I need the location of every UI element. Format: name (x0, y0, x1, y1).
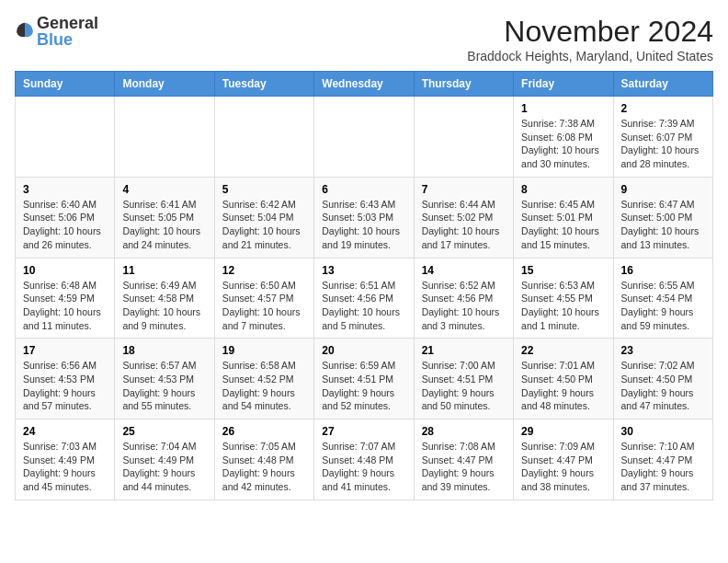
calendar-cell: 9Sunrise: 6:47 AM Sunset: 5:00 PM Daylig… (613, 177, 712, 258)
calendar-cell: 20Sunrise: 6:59 AM Sunset: 4:51 PM Dayli… (314, 339, 414, 419)
calendar-cell: 22Sunrise: 7:01 AM Sunset: 4:50 PM Dayli… (514, 339, 613, 419)
subtitle: Braddock Heights, Maryland, United State… (467, 49, 713, 63)
calendar-week-row: 1Sunrise: 7:38 AM Sunset: 6:08 PM Daylig… (16, 97, 713, 178)
calendar-table: SundayMondayTuesdayWednesdayThursdayFrid… (15, 71, 713, 500)
calendar-cell: 21Sunrise: 7:00 AM Sunset: 4:51 PM Dayli… (414, 339, 513, 419)
day-number: 26 (222, 425, 306, 438)
day-number: 7 (422, 183, 506, 196)
day-number: 27 (322, 425, 405, 438)
calendar-cell: 7Sunrise: 6:44 AM Sunset: 5:02 PM Daylig… (414, 177, 513, 258)
day-info: Sunrise: 7:01 AM Sunset: 4:50 PM Dayligh… (521, 359, 605, 413)
day-number: 13 (322, 264, 405, 277)
calendar-cell: 19Sunrise: 6:58 AM Sunset: 4:52 PM Dayli… (214, 339, 313, 419)
day-info: Sunrise: 7:10 AM Sunset: 4:47 PM Dayligh… (621, 440, 705, 494)
day-header-saturday: Saturday (613, 72, 712, 97)
calendar-week-row: 10Sunrise: 6:48 AM Sunset: 4:59 PM Dayli… (16, 258, 713, 339)
day-info: Sunrise: 6:53 AM Sunset: 4:55 PM Dayligh… (521, 279, 605, 333)
day-info: Sunrise: 6:58 AM Sunset: 4:52 PM Dayligh… (222, 359, 306, 413)
calendar-cell (115, 97, 214, 178)
title-area: November 2024 Braddock Heights, Maryland… (467, 15, 713, 63)
month-title: November 2024 (467, 15, 713, 49)
day-number: 29 (521, 425, 605, 438)
day-number: 12 (222, 264, 306, 277)
calendar-cell: 11Sunrise: 6:49 AM Sunset: 4:58 PM Dayli… (115, 258, 214, 339)
calendar-cell: 30Sunrise: 7:10 AM Sunset: 4:47 PM Dayli… (613, 419, 712, 500)
day-info: Sunrise: 7:05 AM Sunset: 4:48 PM Dayligh… (222, 440, 306, 494)
day-header-wednesday: Wednesday (314, 72, 414, 97)
day-info: Sunrise: 6:51 AM Sunset: 4:56 PM Dayligh… (322, 279, 405, 333)
day-info: Sunrise: 6:50 AM Sunset: 4:57 PM Dayligh… (222, 279, 306, 333)
day-header-tuesday: Tuesday (214, 72, 313, 97)
day-number: 2 (621, 102, 705, 115)
day-number: 15 (521, 264, 605, 277)
calendar-header-row: SundayMondayTuesdayWednesdayThursdayFrid… (16, 72, 713, 97)
day-info: Sunrise: 6:57 AM Sunset: 4:53 PM Dayligh… (122, 359, 206, 413)
calendar-cell (214, 97, 313, 178)
day-info: Sunrise: 6:52 AM Sunset: 4:56 PM Dayligh… (422, 279, 506, 333)
logo: General Blue (15, 15, 98, 48)
day-info: Sunrise: 7:02 AM Sunset: 4:50 PM Dayligh… (621, 359, 705, 413)
day-info: Sunrise: 7:39 AM Sunset: 6:07 PM Dayligh… (621, 117, 705, 171)
day-number: 3 (23, 183, 107, 196)
day-number: 10 (23, 264, 107, 277)
calendar-cell: 26Sunrise: 7:05 AM Sunset: 4:48 PM Dayli… (214, 419, 313, 500)
day-header-friday: Friday (514, 72, 613, 97)
calendar-cell: 16Sunrise: 6:55 AM Sunset: 4:54 PM Dayli… (613, 258, 712, 339)
day-info: Sunrise: 7:38 AM Sunset: 6:08 PM Dayligh… (521, 117, 605, 171)
calendar-cell: 13Sunrise: 6:51 AM Sunset: 4:56 PM Dayli… (314, 258, 414, 339)
calendar-week-row: 3Sunrise: 6:40 AM Sunset: 5:06 PM Daylig… (16, 177, 713, 258)
day-info: Sunrise: 6:59 AM Sunset: 4:51 PM Dayligh… (322, 359, 405, 413)
day-info: Sunrise: 6:55 AM Sunset: 4:54 PM Dayligh… (621, 279, 705, 333)
day-header-monday: Monday (115, 72, 214, 97)
page-header: General Blue November 2024 Braddock Heig… (15, 15, 713, 63)
day-number: 1 (521, 102, 605, 115)
calendar-cell: 6Sunrise: 6:43 AM Sunset: 5:03 PM Daylig… (314, 177, 414, 258)
calendar-week-row: 17Sunrise: 6:56 AM Sunset: 4:53 PM Dayli… (16, 339, 713, 419)
day-number: 30 (621, 425, 705, 438)
day-number: 9 (621, 183, 705, 196)
logo-general: General (37, 15, 98, 31)
day-info: Sunrise: 6:40 AM Sunset: 5:06 PM Dayligh… (23, 198, 107, 252)
calendar-cell: 14Sunrise: 6:52 AM Sunset: 4:56 PM Dayli… (414, 258, 513, 339)
day-number: 19 (222, 344, 306, 357)
day-number: 4 (122, 183, 206, 196)
calendar-cell: 3Sunrise: 6:40 AM Sunset: 5:06 PM Daylig… (16, 177, 115, 258)
day-number: 16 (621, 264, 705, 277)
day-info: Sunrise: 7:09 AM Sunset: 4:47 PM Dayligh… (521, 440, 605, 494)
calendar-cell: 18Sunrise: 6:57 AM Sunset: 4:53 PM Dayli… (115, 339, 214, 419)
day-number: 23 (621, 344, 705, 357)
day-number: 11 (122, 264, 206, 277)
calendar-cell: 4Sunrise: 6:41 AM Sunset: 5:05 PM Daylig… (115, 177, 214, 258)
calendar-cell: 2Sunrise: 7:39 AM Sunset: 6:07 PM Daylig… (613, 97, 712, 178)
day-info: Sunrise: 6:45 AM Sunset: 5:01 PM Dayligh… (521, 198, 605, 252)
day-info: Sunrise: 6:47 AM Sunset: 5:00 PM Dayligh… (621, 198, 705, 252)
day-number: 28 (422, 425, 506, 438)
calendar-cell: 27Sunrise: 7:07 AM Sunset: 4:48 PM Dayli… (314, 419, 414, 500)
calendar-cell (314, 97, 414, 178)
day-info: Sunrise: 6:48 AM Sunset: 4:59 PM Dayligh… (23, 279, 107, 333)
day-info: Sunrise: 6:56 AM Sunset: 4:53 PM Dayligh… (23, 359, 107, 413)
day-number: 8 (521, 183, 605, 196)
day-header-thursday: Thursday (414, 72, 513, 97)
day-header-sunday: Sunday (16, 72, 115, 97)
calendar-cell: 28Sunrise: 7:08 AM Sunset: 4:47 PM Dayli… (414, 419, 513, 500)
calendar-cell: 29Sunrise: 7:09 AM Sunset: 4:47 PM Dayli… (514, 419, 613, 500)
day-info: Sunrise: 6:43 AM Sunset: 5:03 PM Dayligh… (322, 198, 405, 252)
day-number: 24 (23, 425, 107, 438)
calendar-cell (414, 97, 513, 178)
calendar-cell: 5Sunrise: 6:42 AM Sunset: 5:04 PM Daylig… (214, 177, 313, 258)
day-info: Sunrise: 7:00 AM Sunset: 4:51 PM Dayligh… (422, 359, 506, 413)
calendar-cell: 23Sunrise: 7:02 AM Sunset: 4:50 PM Dayli… (613, 339, 712, 419)
calendar-cell: 24Sunrise: 7:03 AM Sunset: 4:49 PM Dayli… (16, 419, 115, 500)
day-number: 21 (422, 344, 506, 357)
day-info: Sunrise: 7:08 AM Sunset: 4:47 PM Dayligh… (422, 440, 506, 494)
day-number: 22 (521, 344, 605, 357)
calendar-cell: 15Sunrise: 6:53 AM Sunset: 4:55 PM Dayli… (514, 258, 613, 339)
day-info: Sunrise: 6:41 AM Sunset: 5:05 PM Dayligh… (122, 198, 206, 252)
calendar-cell: 17Sunrise: 6:56 AM Sunset: 4:53 PM Dayli… (16, 339, 115, 419)
day-info: Sunrise: 6:49 AM Sunset: 4:58 PM Dayligh… (122, 279, 206, 333)
calendar-cell: 12Sunrise: 6:50 AM Sunset: 4:57 PM Dayli… (214, 258, 313, 339)
calendar-cell: 1Sunrise: 7:38 AM Sunset: 6:08 PM Daylig… (514, 97, 613, 178)
logo-blue: Blue (37, 31, 98, 48)
day-info: Sunrise: 6:44 AM Sunset: 5:02 PM Dayligh… (422, 198, 506, 252)
